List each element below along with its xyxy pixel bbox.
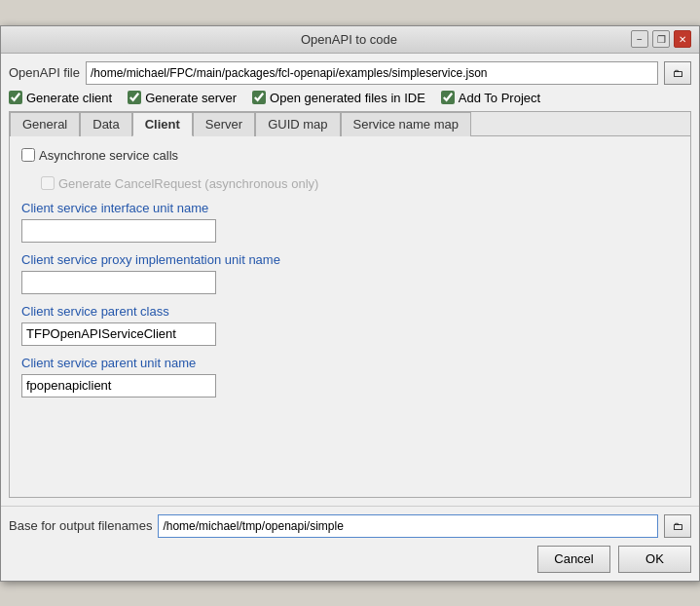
tab-service-name-map[interactable]: Service name map bbox=[341, 112, 471, 136]
async-checkbox[interactable] bbox=[21, 148, 35, 162]
cancel-button[interactable]: Cancel bbox=[537, 546, 610, 573]
tab-general[interactable]: General bbox=[10, 112, 80, 136]
add-project-label: Add To Project bbox=[459, 91, 540, 105]
tabs-bar: General Data Client Server GUID map Serv… bbox=[10, 112, 690, 136]
open-files-label: Open generated files in IDE bbox=[270, 91, 425, 105]
generate-client-checkbox-item[interactable]: Generate client bbox=[9, 91, 112, 105]
file-row: OpenAPI file 🗀 bbox=[9, 61, 691, 85]
proxy-unit-label: Client service proxy implementation unit… bbox=[21, 252, 679, 267]
generate-client-label: Generate client bbox=[26, 91, 112, 105]
tab-server[interactable]: Server bbox=[193, 112, 255, 136]
openapi-file-input[interactable] bbox=[86, 61, 658, 85]
interface-unit-group: Client service interface unit name bbox=[21, 201, 679, 243]
cancel-request-checkbox[interactable] bbox=[41, 176, 55, 190]
options-checkboxes: Generate client Generate server Open gen… bbox=[9, 91, 691, 105]
output-browse-button[interactable]: 🗀 bbox=[664, 514, 691, 538]
generate-server-label: Generate server bbox=[145, 91, 237, 105]
tab-client[interactable]: Client bbox=[132, 112, 193, 136]
file-label: OpenAPI file bbox=[9, 65, 80, 80]
parent-unit-group: Client service parent unit name bbox=[21, 356, 679, 398]
restore-button[interactable]: ❐ bbox=[652, 30, 670, 48]
folder-icon: 🗀 bbox=[673, 67, 683, 79]
add-project-checkbox[interactable] bbox=[441, 91, 455, 104]
title-bar: OpenAPI to code − ❐ ✕ bbox=[1, 26, 699, 54]
async-row: Asynchrone service calls bbox=[21, 148, 679, 163]
main-content: OpenAPI file 🗀 Generate client Generate … bbox=[1, 54, 699, 506]
window-title: OpenAPI to code bbox=[67, 32, 631, 47]
parent-unit-input[interactable] bbox=[21, 374, 216, 398]
tab-guid-map[interactable]: GUID map bbox=[255, 112, 340, 136]
open-files-checkbox-item[interactable]: Open generated files in IDE bbox=[252, 91, 425, 105]
generate-client-checkbox[interactable] bbox=[9, 91, 22, 104]
proxy-unit-group: Client service proxy implementation unit… bbox=[21, 252, 679, 294]
window-controls: − ❐ ✕ bbox=[631, 30, 691, 48]
output-input[interactable] bbox=[158, 514, 658, 538]
output-row: Base for output filenames 🗀 bbox=[9, 514, 691, 538]
proxy-unit-input[interactable] bbox=[21, 271, 216, 294]
parent-class-group: Client service parent class bbox=[21, 304, 679, 346]
folder-icon-2: 🗀 bbox=[673, 520, 683, 532]
interface-unit-input[interactable] bbox=[21, 219, 216, 243]
close-button[interactable]: ✕ bbox=[674, 30, 691, 48]
interface-unit-label: Client service interface unit name bbox=[21, 201, 679, 215]
generate-server-checkbox[interactable] bbox=[128, 91, 141, 104]
parent-class-label: Client service parent class bbox=[21, 304, 679, 319]
generate-server-checkbox-item[interactable]: Generate server bbox=[128, 91, 237, 105]
parent-unit-label: Client service parent unit name bbox=[21, 356, 679, 370]
output-label: Base for output filenames bbox=[9, 518, 152, 533]
main-window: OpenAPI to code − ❐ ✕ OpenAPI file 🗀 Gen… bbox=[0, 25, 700, 582]
cancel-request-row: Generate CancelRequest (asynchronous onl… bbox=[41, 176, 679, 191]
tab-data[interactable]: Data bbox=[80, 112, 131, 136]
bottom-bar: Base for output filenames 🗀 Cancel OK bbox=[1, 506, 699, 581]
add-project-checkbox-item[interactable]: Add To Project bbox=[441, 91, 540, 105]
async-label: Asynchrone service calls bbox=[39, 148, 178, 163]
file-browse-button[interactable]: 🗀 bbox=[664, 61, 691, 85]
cancel-request-label: Generate CancelRequest (asynchronous onl… bbox=[58, 176, 318, 191]
parent-class-input[interactable] bbox=[21, 322, 216, 346]
tab-content-client: Asynchrone service calls Generate Cancel… bbox=[10, 136, 690, 497]
minimize-button[interactable]: − bbox=[631, 30, 648, 48]
ok-button[interactable]: OK bbox=[618, 546, 691, 573]
open-files-checkbox[interactable] bbox=[252, 91, 266, 104]
tabs-area: General Data Client Server GUID map Serv… bbox=[9, 111, 691, 498]
action-buttons: Cancel OK bbox=[9, 546, 691, 573]
